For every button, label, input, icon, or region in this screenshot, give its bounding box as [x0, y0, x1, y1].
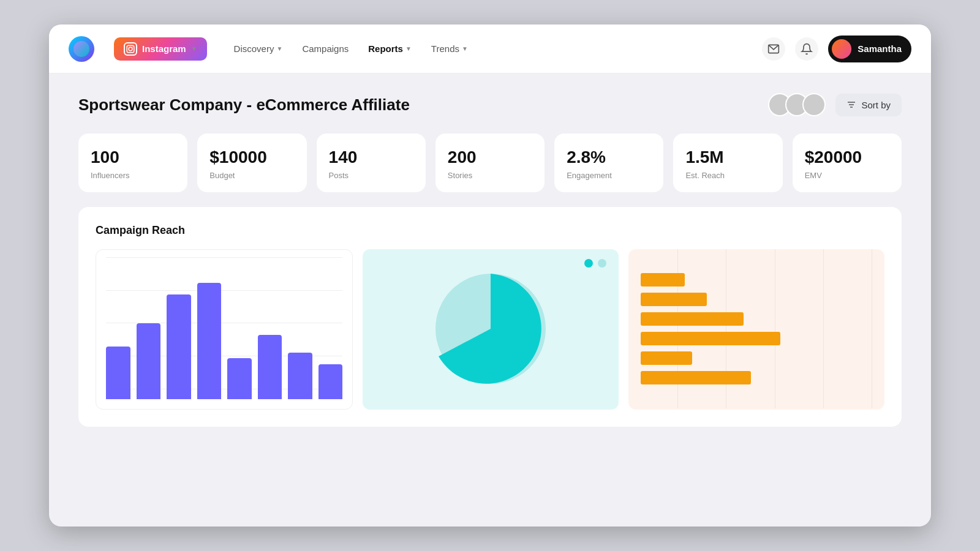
charts-title: Campaign Reach — [96, 224, 884, 237]
hbar — [641, 312, 744, 326]
stat-posts: 140 Posts — [317, 133, 426, 192]
bar-chart — [96, 249, 353, 410]
hbar-row — [641, 371, 872, 384]
bar-chart-bars — [106, 271, 342, 399]
user-avatar — [832, 39, 851, 59]
hbar-row — [641, 293, 872, 306]
hbar-row — [641, 332, 872, 345]
bar — [288, 353, 312, 399]
charts-card: Campaign Reach — [78, 207, 902, 427]
bar — [137, 323, 161, 399]
pie-chart-container — [363, 249, 619, 408]
hbar — [641, 371, 751, 384]
page-title: Sportswear Company - eCommerce Affiliate — [78, 96, 410, 114]
stat-stories: 200 Stories — [435, 133, 545, 192]
bar — [227, 358, 252, 399]
app-logo — [69, 36, 94, 62]
svg-point-2 — [132, 47, 133, 47]
instagram-chevron: ▼ — [191, 45, 197, 52]
bar — [258, 335, 282, 399]
hbar-chart — [628, 249, 884, 410]
sort-button[interactable]: Sort by — [835, 94, 902, 116]
pie-svg — [429, 268, 552, 390]
bar — [106, 347, 130, 399]
stat-influencers: 100 Influencers — [78, 133, 187, 192]
legend-dot-2 — [598, 259, 606, 268]
stat-emv: $20000 EMV — [793, 133, 902, 192]
legend-dot-1 — [584, 259, 593, 268]
avatar-3 — [802, 93, 826, 116]
user-pill[interactable]: Samantha — [828, 36, 911, 62]
nav-discovery[interactable]: Discovery ▼ — [227, 39, 290, 59]
bar — [197, 283, 222, 399]
instagram-icon — [124, 42, 137, 56]
hbar-row — [641, 273, 872, 287]
hbar-chart-container — [628, 249, 884, 408]
page-header: Sportswear Company - eCommerce Affiliate… — [78, 93, 902, 116]
hbar — [641, 351, 692, 365]
notification-button[interactable] — [795, 37, 818, 61]
stat-reach: 1.5M Est. Reach — [673, 133, 782, 192]
hbar — [641, 332, 780, 345]
discovery-chevron: ▼ — [276, 45, 282, 52]
grid-line — [106, 257, 342, 258]
hbar — [641, 293, 707, 306]
pie-legend — [584, 259, 606, 268]
svg-point-1 — [129, 47, 132, 51]
sort-label: Sort by — [861, 100, 891, 110]
hbar-row — [641, 312, 872, 326]
pie-chart — [363, 249, 619, 410]
mail-button[interactable] — [762, 37, 785, 61]
stat-budget: $10000 Budget — [197, 133, 306, 192]
nav-links: Discovery ▼ Campaigns Reports ▼ Trends ▼ — [227, 39, 743, 59]
header-right: Sort by — [768, 93, 902, 116]
nav-campaigns[interactable]: Campaigns — [295, 39, 356, 59]
browser-frame: Instagram ▼ Discovery ▼ Campaigns Report… — [49, 24, 931, 527]
stats-row: 100 Influencers $10000 Budget 140 Posts … — [78, 133, 902, 192]
nav-reports[interactable]: Reports ▼ — [361, 39, 419, 59]
avatar-stack — [768, 93, 826, 116]
trends-chevron: ▼ — [462, 45, 468, 52]
nav-trends[interactable]: Trends ▼ — [424, 39, 475, 59]
bar-chart-container — [96, 250, 352, 409]
svg-rect-0 — [127, 45, 134, 53]
charts-row — [96, 249, 884, 410]
instagram-selector[interactable]: Instagram ▼ — [114, 37, 207, 61]
main-content: Sportswear Company - eCommerce Affiliate… — [49, 73, 931, 446]
user-name: Samantha — [858, 43, 902, 54]
instagram-label: Instagram — [142, 43, 186, 54]
stat-engagement: 2.8% Engagement — [554, 133, 663, 192]
nav-right: Samantha — [762, 36, 911, 62]
navbar: Instagram ▼ Discovery ▼ Campaigns Report… — [49, 24, 931, 73]
reports-chevron: ▼ — [405, 45, 412, 52]
bar — [318, 364, 343, 399]
hbar-row — [641, 351, 872, 365]
bar — [167, 294, 191, 399]
hbar — [641, 273, 685, 287]
